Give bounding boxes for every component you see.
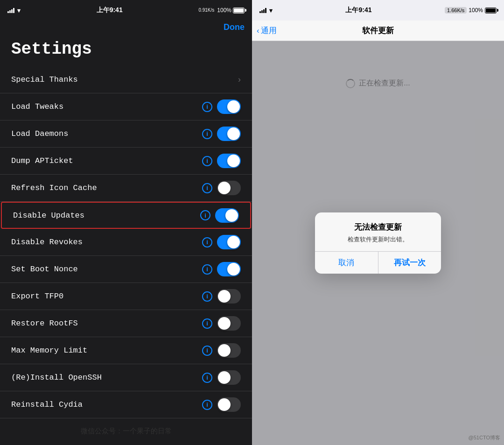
toggle-knob-max-memory-limit [218, 344, 231, 357]
info-btn-refresh-icon-cache[interactable]: i [202, 183, 212, 193]
alert-box: 无法检查更新 检查软件更新时出错。 取消 再试一次 [315, 212, 441, 274]
settings-item-load-tweaks[interactable]: Load Tweaks i [0, 93, 252, 120]
right-status-left: ▾ [259, 7, 273, 14]
item-label-reinstall-openssh: (Re)Install OpenSSH [11, 373, 102, 382]
settings-item-special-thanks[interactable]: Special Thanks › [0, 66, 252, 93]
toggle-knob-load-daemons [227, 127, 240, 140]
right-content: 正在检查更新... 无法检查更新 检查软件更新时出错。 取消 再试一次 [252, 41, 504, 445]
chevron-icon: › [238, 75, 241, 85]
toggle-reinstall-openssh[interactable] [217, 370, 241, 385]
right-time: 上午9:41 [345, 6, 371, 14]
right-panel: ▾ 上午9:41 1.66K/s 100% ‹ 通用 软件更新 正在检查更新..… [252, 0, 504, 445]
right-wifi-icon: ▾ [269, 7, 273, 14]
nav-back-label: 通用 [261, 25, 277, 36]
info-btn-set-boot-nonce[interactable]: i [202, 264, 212, 275]
left-status-right: 0.91K/s 100% [198, 7, 245, 14]
item-label-restore-rootfs: Restore RootFS [11, 319, 78, 328]
item-right-refresh-icon-cache: i [202, 181, 241, 195]
info-btn-disable-updates[interactable]: i [200, 210, 210, 220]
alert-message: 检查软件更新时出错。 [322, 235, 434, 244]
watermark-left: 微信公众号：一个果子的日常 [0, 427, 252, 436]
info-btn-disable-revokes[interactable]: i [202, 237, 212, 247]
item-right-load-tweaks: i [202, 99, 241, 114]
item-right-max-memory-limit: i [202, 343, 241, 358]
right-speed: 1.66K/s [445, 7, 467, 14]
settings-item-restore-rootfs[interactable]: Restore RootFS i [0, 310, 252, 337]
settings-item-reinstall-openssh[interactable]: (Re)Install OpenSSH i [0, 364, 252, 391]
item-label-refresh-icon-cache: Refresh Icon Cache [11, 184, 97, 192]
toggle-knob-export-tfp0 [218, 290, 231, 303]
toggle-restore-rootfs[interactable] [217, 316, 241, 331]
toggle-max-memory-limit[interactable] [217, 343, 241, 358]
settings-item-refresh-icon-cache[interactable]: Refresh Icon Cache i [0, 175, 252, 202]
info-btn-load-tweaks[interactable]: i [202, 102, 212, 112]
battery-fill-left [234, 8, 244, 13]
alert-content: 无法检查更新 检查软件更新时出错。 [315, 212, 441, 251]
toggle-load-daemons[interactable] [217, 127, 241, 141]
info-btn-max-memory-limit[interactable]: i [202, 346, 212, 356]
settings-item-max-memory-limit[interactable]: Max Memory Limit i [0, 337, 252, 364]
wifi-icon: ▾ [17, 7, 21, 14]
item-label-max-memory-limit: Max Memory Limit [11, 346, 87, 355]
signal-bars [7, 7, 14, 13]
toggle-export-tfp0[interactable] [217, 289, 241, 304]
item-right-disable-revokes: i [202, 235, 241, 249]
settings-item-dump-apticket[interactable]: Dump APTicket i [0, 148, 252, 175]
right-status-right: 1.66K/s 100% [445, 7, 497, 14]
toggle-knob-disable-revokes [227, 236, 240, 248]
item-label-disable-updates: Disable Updates [13, 211, 84, 220]
left-status-bar: ▾ 上午9:41 0.91K/s 100% [0, 0, 252, 21]
left-time: 上午9:41 [97, 6, 123, 14]
toggle-disable-revokes[interactable] [217, 235, 241, 249]
toggle-disable-updates[interactable] [215, 208, 239, 223]
settings-item-export-tfp0[interactable]: Export TFP0 i [0, 283, 252, 310]
item-label-disable-revokes: Disable Revokes [11, 238, 83, 247]
info-btn-reinstall-openssh[interactable]: i [202, 373, 212, 383]
settings-item-set-boot-nonce[interactable]: Set Boot Nonce i [0, 256, 252, 283]
toggle-knob-reinstall-openssh [218, 371, 231, 384]
info-btn-load-daemons[interactable]: i [202, 129, 212, 139]
toggle-knob-disable-updates [225, 209, 238, 222]
info-btn-restore-rootfs[interactable]: i [202, 318, 212, 329]
settings-item-disable-revokes[interactable]: Disable Revokes i [0, 229, 252, 256]
alert-retry-button[interactable]: 再试一次 [378, 252, 441, 274]
item-right-restore-rootfs: i [202, 316, 241, 331]
info-btn-export-tfp0[interactable]: i [202, 291, 212, 302]
alert-cancel-button[interactable]: 取消 [315, 252, 378, 274]
toggle-knob-reinstall-cydia [218, 398, 231, 411]
item-right-dump-apticket: i [202, 154, 241, 168]
info-btn-dump-apticket[interactable]: i [202, 156, 212, 166]
item-right-disable-updates: i [200, 208, 239, 223]
settings-list: Special Thanks › Load Tweaks i Load Daem… [0, 66, 252, 426]
settings-item-reinstall-cydia[interactable]: Reinstall Cydia i [0, 391, 252, 418]
toggle-set-boot-nonce[interactable] [217, 262, 241, 276]
toggle-load-tweaks[interactable] [217, 99, 241, 114]
toggle-refresh-icon-cache[interactable] [217, 181, 241, 195]
info-btn-reinstall-cydia[interactable]: i [202, 400, 212, 410]
toggle-knob-set-boot-nonce [227, 263, 240, 275]
right-nav-bar: ‹ 通用 软件更新 [252, 21, 504, 41]
left-panel: ▾ 上午9:41 0.91K/s 100% Done Settings Spec… [0, 0, 252, 445]
right-battery-fill [486, 8, 496, 13]
battery-container: 100% [217, 7, 245, 14]
settings-item-load-daemons[interactable]: Load Daemons i [0, 120, 252, 148]
toggle-knob-dump-apticket [227, 155, 240, 167]
settings-item-disable-updates[interactable]: Disable Updates i [1, 202, 251, 229]
item-right-set-boot-nonce: i [202, 262, 241, 276]
back-chevron-icon: ‹ [257, 26, 259, 35]
left-speed: 0.91K/s [198, 7, 214, 13]
alert-overlay: 无法检查更新 检查软件更新时出错。 取消 再试一次 [252, 41, 504, 445]
done-bar: Done [0, 21, 252, 36]
right-battery-pct: 100% [469, 7, 483, 14]
done-button[interactable]: Done [224, 22, 245, 32]
toggle-reinstall-cydia[interactable] [217, 397, 241, 412]
item-right-export-tfp0: i [202, 289, 241, 304]
item-right-load-daemons: i [202, 127, 241, 141]
toggle-dump-apticket[interactable] [217, 154, 241, 168]
item-label-special-thanks: Special Thanks [11, 75, 78, 84]
item-label-load-tweaks: Load Tweaks [11, 102, 63, 111]
alert-buttons: 取消 再试一次 [315, 251, 441, 274]
item-label-load-daemons: Load Daemons [11, 129, 68, 138]
battery-pct-left: 100% [217, 7, 231, 14]
nav-back-button[interactable]: ‹ 通用 [257, 25, 277, 36]
